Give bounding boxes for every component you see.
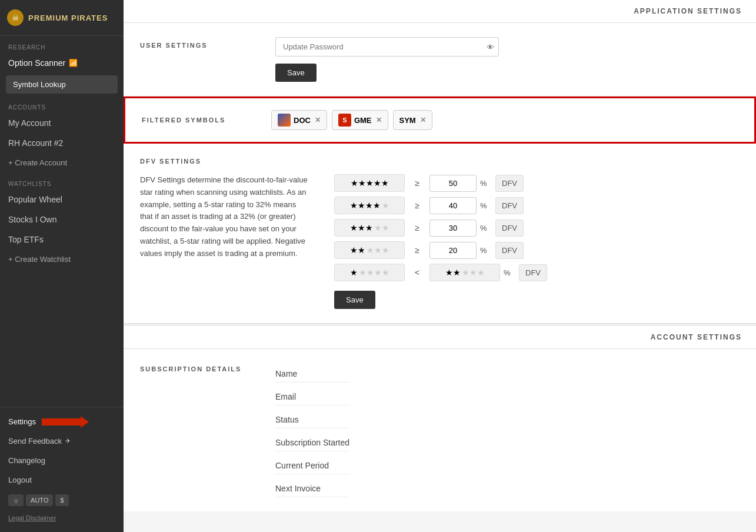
sub-invoice: Next Invoice <box>275 480 349 497</box>
dfv-rows: ★★★★★ ≥ % DFV ★★★★★ ≥ % DFV ★★★★★ <box>334 174 740 309</box>
changelog-label: Changelog <box>8 456 45 465</box>
sidebar-item-logout[interactable]: Logout <box>0 470 124 490</box>
research-section-label: RESEARCH <box>0 36 124 53</box>
sym-remove-btn[interactable]: ✕ <box>420 116 426 124</box>
theme-light-btn[interactable]: ☼ <box>8 494 24 506</box>
pct-5: % <box>480 179 492 188</box>
symbol-lookup-label: Symbol Lookup <box>13 80 66 89</box>
main-content: APPLICATION SETTINGS USER SETTINGS 👁 Sav… <box>124 0 756 532</box>
dfv-row-4star: ★★★★★ ≥ % DFV <box>334 197 740 214</box>
dfv-settings-label: DFV SETTINGS <box>140 158 740 165</box>
chip-gme: S GME ✕ <box>332 110 388 130</box>
stars-2: ★★★★★ <box>334 241 405 259</box>
sidebar-item-my-account[interactable]: My Account <box>0 113 124 133</box>
sidebar-item-stocks-i-own[interactable]: Stocks I Own <box>0 210 124 230</box>
sub-email: Email <box>275 388 349 405</box>
subscription-section: SUBSCRIPTION DETAILS Name Email Status S… <box>124 349 756 511</box>
user-settings-controls: 👁 Save <box>275 37 499 82</box>
pct-1: % <box>504 268 515 277</box>
theme-switcher: ☼ AUTO $ <box>0 490 124 511</box>
dfv-value-4[interactable] <box>429 197 477 214</box>
doc-logo <box>278 114 291 127</box>
dfv-value-2[interactable] <box>429 242 477 259</box>
password-row: 👁 <box>275 37 499 56</box>
op-1: < <box>408 268 426 277</box>
eye-icon: 👁 <box>487 42 494 51</box>
theme-auto-btn[interactable]: AUTO <box>26 494 53 506</box>
sidebar-item-create-account[interactable]: + Create Account <box>0 153 124 172</box>
logo-icon: ☠ <box>7 9 24 26</box>
sidebar-item-create-watchlist[interactable]: + Create Watchlist <box>0 250 124 269</box>
logo-area: ☠ PREMIUM PIRATES <box>0 0 124 36</box>
logo-text: PREMIUM PIRATES <box>28 14 108 22</box>
gme-logo: S <box>338 114 351 127</box>
pct-2: % <box>480 246 492 255</box>
dfv-tag-1: DFV <box>519 264 547 281</box>
op-3: ≥ <box>408 223 426 232</box>
dfv-value-5[interactable] <box>429 175 477 192</box>
create-account-label: + Create Account <box>8 158 67 167</box>
dfv-settings-section: DFV SETTINGS DFV Settings determine the … <box>124 144 756 324</box>
dfv-tag-2: DFV <box>495 242 524 259</box>
stars-5: ★★★★★ <box>334 174 405 192</box>
create-watchlist-label: + Create Watchlist <box>8 255 71 264</box>
sidebar-item-symbol-lookup[interactable]: Symbol Lookup <box>6 75 118 94</box>
settings-label: Settings <box>8 417 36 426</box>
dfv-tag-3: DFV <box>495 220 524 237</box>
account-settings-title: ACCOUNT SETTINGS <box>651 333 742 341</box>
filtered-symbols-section: FILTERED SYMBOLS DOC ✕ S GME ✕ SYM ✕ <box>124 97 756 144</box>
gme-symbol: GME <box>354 116 372 125</box>
dfv-save-btn[interactable]: Save <box>334 291 375 309</box>
legal-disclaimer-link[interactable]: Legal Disclaimer <box>0 511 124 527</box>
user-settings-label: USER SETTINGS <box>140 37 258 49</box>
accounts-section-label: ACCOUNTS <box>0 96 124 113</box>
send-feedback-label: Send Feedback <box>8 437 62 445</box>
subscription-label: SUBSCRIPTION DETAILS <box>140 363 258 373</box>
my-account-label: My Account <box>8 118 51 128</box>
sidebar-item-send-feedback[interactable]: Send Feedback ✈ <box>0 431 124 451</box>
password-input[interactable] <box>275 37 499 56</box>
sub-started: Subscription Started <box>275 434 349 451</box>
doc-remove-btn[interactable]: ✕ <box>315 116 321 124</box>
sidebar-item-option-scanner[interactable]: Option Scanner 📶 <box>0 53 124 73</box>
dfv-row-5star: ★★★★★ ≥ % DFV <box>334 174 740 192</box>
password-input-wrap: 👁 <box>275 37 499 56</box>
dfv-tag-4: DFV <box>495 197 524 214</box>
dfv-value-3[interactable] <box>429 220 477 237</box>
sidebar-item-changelog[interactable]: Changelog <box>0 451 124 470</box>
popular-wheel-label: Popular Wheel <box>8 195 62 204</box>
sym-symbol: SYM <box>399 116 416 125</box>
send-icon: ✈ <box>65 437 71 445</box>
op-2: ≥ <box>408 245 426 255</box>
sidebar-item-top-etfs[interactable]: Top ETFs <box>0 230 124 250</box>
toggle-password-btn[interactable]: 👁 <box>487 42 494 51</box>
user-settings-save-btn[interactable]: Save <box>275 64 317 82</box>
dfv-row-1star: ★★★★★ < ★★★★★ % DFV <box>334 264 740 281</box>
user-settings-section: USER SETTINGS 👁 Save <box>124 23 756 97</box>
wifi-icon: 📶 <box>69 59 78 67</box>
stars-3: ★★★★★ <box>334 219 405 237</box>
sidebar-item-rh-account[interactable]: RH Account #2 <box>0 133 124 153</box>
sidebar: ☠ PREMIUM PIRATES RESEARCH Option Scanne… <box>0 0 124 532</box>
op-4: ≥ <box>408 201 426 210</box>
sidebar-item-settings[interactable]: Settings <box>0 412 124 431</box>
filtered-symbols-label: FILTERED SYMBOLS <box>142 117 259 124</box>
dfv-row-3star: ★★★★★ ≥ % DFV <box>334 219 740 237</box>
pct-4: % <box>480 201 492 210</box>
account-settings-topbar: ACCOUNT SETTINGS <box>124 324 756 349</box>
theme-dark-btn[interactable]: $ <box>55 494 68 506</box>
stars-4: ★★★★★ <box>334 197 405 214</box>
dfv-layout: DFV Settings determine the discount-to-f… <box>140 174 740 309</box>
top-etfs-label: Top ETFs <box>8 235 44 244</box>
sidebar-item-popular-wheel[interactable]: Popular Wheel <box>0 189 124 210</box>
logout-label: Logout <box>8 476 32 484</box>
gme-remove-btn[interactable]: ✕ <box>376 116 382 124</box>
sidebar-bottom: Settings Send Feedback ✈ Changelog Logou… <box>0 407 124 532</box>
op-5: ≥ <box>408 178 426 188</box>
sub-period: Current Period <box>275 457 349 474</box>
app-settings-title: APPLICATION SETTINGS <box>634 7 742 15</box>
watchlists-section-label: WATCHLISTS <box>0 172 124 189</box>
filtered-chips: DOC ✕ S GME ✕ SYM ✕ <box>271 110 432 130</box>
sub-status: Status <box>275 411 349 428</box>
dfv-tag-5: DFV <box>495 175 524 192</box>
